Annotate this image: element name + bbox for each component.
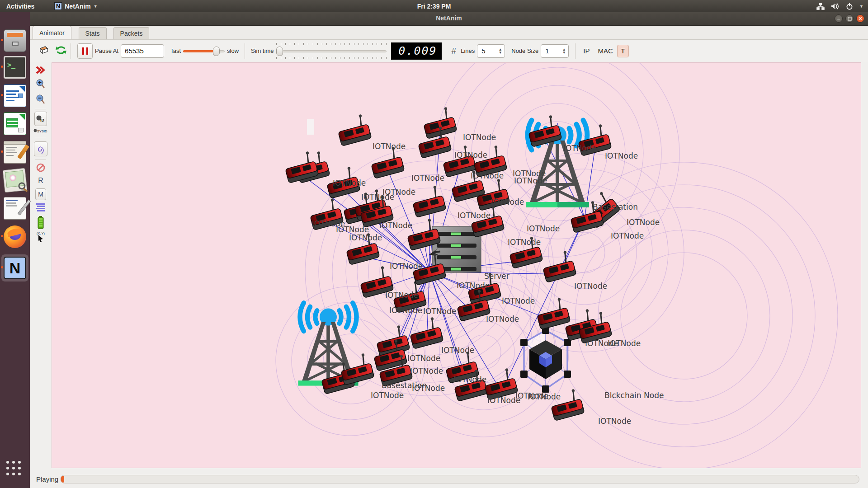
dock-item-notes[interactable] [4, 141, 26, 164]
ip-button[interactable]: IP [583, 47, 590, 55]
maximize-button[interactable] [845, 14, 854, 23]
slow-label: slow [227, 47, 239, 54]
animation-canvas[interactable]: IOTNodeIOTNodeIOTNodeIOTNodeIOTNodeIOTNo… [52, 62, 861, 468]
window-title: NetAnim [30, 14, 868, 22]
progress-bar [60, 475, 859, 483]
zoom-in-icon[interactable] [30, 79, 52, 90]
zoom-out-icon[interactable] [30, 94, 52, 105]
lines-value: 5 [477, 47, 497, 55]
pause-button[interactable] [77, 43, 93, 59]
spin-down-icon[interactable]: ▼ [562, 51, 566, 54]
node-size-label: Node Size [511, 47, 538, 54]
node-label: IOTNode [508, 238, 541, 247]
dock-item-files[interactable] [4, 29, 26, 52]
node-label: Basestation [382, 381, 427, 390]
mobility-button[interactable]: M [35, 188, 46, 200]
node-label: IOTNode [471, 171, 504, 180]
node-label: IOTNode [371, 391, 404, 400]
tab-bar: AnimatorStatsPackets [30, 26, 868, 39]
interference-button[interactable] [34, 141, 47, 156]
tab-packets[interactable]: Packets [113, 27, 150, 39]
range-circle [530, 162, 838, 468]
clock[interactable]: Fri 2:39 PM [0, 3, 868, 10]
routing-button[interactable]: R [30, 177, 52, 185]
node-label: IOTNode [333, 178, 366, 188]
node-label: IOTNode [627, 218, 660, 227]
unpause-events-icon[interactable] [30, 66, 52, 75]
node-label: IOTNode [411, 174, 444, 183]
node-label: IOTNode [608, 339, 641, 348]
status-bar: Playing [30, 470, 868, 488]
sim-time-label: Sim time [251, 47, 274, 54]
disable-icon[interactable] [30, 163, 52, 172]
power-icon[interactable] [846, 3, 853, 10]
node-text-toggle-button[interactable]: T [617, 45, 629, 57]
node-label: IOTNode [598, 417, 631, 426]
node-label: IOTNode [574, 282, 607, 291]
ubuntu-dock: >_N [0, 12, 30, 488]
lines-spinbox[interactable]: 5 ▲▼ [477, 44, 505, 58]
node-label: Basestation [593, 202, 638, 211]
dock-item-text-editor[interactable] [4, 197, 26, 220]
running-indicator [1, 235, 3, 237]
iot-node [335, 113, 371, 146]
tables-icon[interactable] [30, 203, 52, 212]
battery-icon[interactable] [30, 216, 52, 229]
pause-at-input[interactable] [121, 44, 164, 58]
node-label: IOTNode [486, 314, 519, 324]
node-label: IOTNode [458, 211, 491, 220]
running-indicator [1, 39, 3, 41]
node-label: IOTNode [611, 231, 644, 240]
reload-button[interactable] [55, 45, 67, 57]
dock-item-image-viewer[interactable] [4, 169, 26, 192]
node-size-value: 1 [541, 47, 561, 55]
tab-stats[interactable]: Stats [79, 27, 107, 39]
grid-icon[interactable]: # [452, 46, 457, 56]
system-menu-caret-icon[interactable]: ▼ [859, 4, 863, 9]
node-label: IOTNode [528, 392, 561, 401]
node-label: IOTNode [379, 221, 412, 230]
sysid-button[interactable]: SYSID [30, 128, 52, 136]
node-label: IOTNode [454, 150, 487, 160]
node-label: Blckchain Node [604, 391, 664, 400]
node-label: IOTNode [514, 176, 547, 185]
minimize-button[interactable]: – [835, 14, 843, 23]
svg-text:SYSID: SYSID [37, 129, 47, 133]
running-indicator [1, 266, 3, 268]
node-label: IOTNode [605, 151, 638, 160]
dock-item-netanim[interactable]: N [4, 257, 26, 279]
progress-fill [61, 476, 64, 483]
speed-slider[interactable] [183, 47, 225, 56]
close-button[interactable]: ✕ [856, 14, 864, 23]
dock-item-writer[interactable] [4, 84, 26, 107]
node-label: IOTNode [441, 346, 474, 355]
mac-button[interactable]: MAC [598, 47, 613, 55]
volume-icon[interactable] [831, 3, 840, 10]
fast-label: fast [171, 47, 181, 54]
node-label: IOTNode [389, 306, 422, 315]
dock-item-calc[interactable] [4, 113, 26, 135]
node-label: IOTNode [390, 262, 423, 271]
node-label: IOTNode [457, 281, 490, 290]
node-label: IOTNode [527, 224, 560, 233]
range-circle [621, 253, 747, 379]
node-id-button[interactable]: ID [34, 112, 47, 126]
iot-node [481, 367, 518, 400]
gnome-top-bar: Activities N NetAnim ▼ Fri 2:39 PM ▼ [0, 0, 868, 12]
window-title-bar[interactable]: NetAnim – ✕ [30, 12, 868, 26]
eraser-tool-icon[interactable] [38, 44, 50, 58]
show-position-button[interactable]: (X, Y) [30, 232, 52, 243]
node-label: IOTNode [463, 133, 496, 142]
network-icon[interactable] [816, 3, 825, 10]
lines-label: Lines [461, 47, 475, 54]
network-topology: IOTNodeIOTNodeIOTNodeIOTNodeIOTNodeIOTNo… [52, 63, 861, 468]
spin-down-icon[interactable]: ▼ [499, 51, 502, 54]
node-label: IOTNode [407, 354, 440, 363]
tab-animator[interactable]: Animator [33, 26, 71, 39]
dock-item-terminal[interactable]: >_ [4, 56, 26, 79]
sim-time-slider[interactable] [276, 47, 387, 56]
status-text: Playing [36, 475, 58, 483]
node-size-spinbox[interactable]: 1 ▲▼ [541, 44, 569, 58]
show-applications-button[interactable] [6, 461, 24, 478]
dock-item-firefox[interactable] [4, 225, 26, 248]
